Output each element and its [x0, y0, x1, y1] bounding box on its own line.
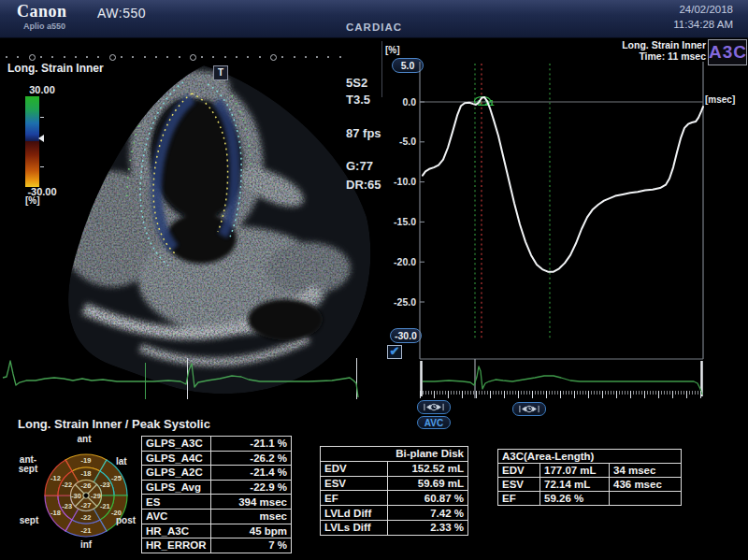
bullseye-value: -18 [50, 509, 61, 517]
ruler-dot [339, 56, 341, 58]
table-cell: HR_ERROR [142, 538, 211, 553]
ruler-ring-dot [109, 54, 116, 61]
table-row: GLPS_Avg-22.9 % [142, 480, 292, 495]
clock-step-icon [420, 402, 448, 412]
table-cell: GLPS_A3C [142, 437, 211, 452]
y-scale-min-button[interactable]: -30.0 [390, 328, 422, 343]
table-cell: 7 % [211, 538, 292, 553]
gain-label: G:77 [346, 159, 373, 173]
bullseye-value: -22 [62, 481, 72, 489]
colorbar-max-label: 30.00 [21, 84, 64, 95]
bullseye-label-inf: inf [67, 540, 105, 550]
table-row: EF59.26 % [498, 492, 682, 506]
table-cell: AVC [142, 509, 211, 524]
table-cell: 7.42 % [388, 506, 468, 521]
bullseye-label-ant: ant [65, 435, 103, 444]
clock-step-icon [515, 404, 543, 414]
a3c-area-length-table: A3C(Area-Length) EDV177.07 mL34 msecESV7… [497, 449, 682, 506]
table-cell: GLPS_A2C [142, 466, 211, 481]
table-cell: -26.2 % [211, 451, 292, 466]
ruler-dot [305, 56, 307, 58]
station-id: AW:550 [97, 6, 146, 21]
glps-results-table: GLPS_A3C-21.1 %GLPS_A4C-26.2 %GLPS_A2C-2… [141, 436, 292, 553]
bullseye-value: -23 [100, 481, 110, 489]
colorbar-positive-gradient [25, 96, 39, 141]
graph-title-line2: Time: 11 msec [524, 50, 706, 62]
a3c-table-title: A3C(Area-Length) [498, 450, 682, 464]
y-tick-label: -10.0 [382, 176, 416, 187]
bullseye-label-sept: sept [13, 516, 45, 525]
title-bar: Canon Aplio a550 AW:550 CARDIAC 24/02/20… [0, 0, 748, 38]
table-cell: 60.87 % [388, 491, 468, 506]
bullseye-value: -23 [62, 502, 72, 510]
table-row: AVCmsec [142, 509, 292, 524]
table-cell: msec [211, 509, 292, 524]
table-cell: LVLd Diff [321, 506, 388, 521]
table-cell: 72.14 mL [540, 478, 610, 492]
colorbar-unit-label: [%] [25, 195, 40, 206]
table-cell: 394 msec [211, 495, 292, 510]
table-cell: 436 msec [610, 478, 682, 492]
bullseye-label-lat: lat [116, 457, 127, 467]
table-row: EDV152.52 mL [321, 461, 468, 476]
bullseye-label-antsept: ant- sept [11, 455, 45, 474]
y-axis-unit: [%] [385, 45, 400, 55]
ultrasound-screen: Canon Aplio a550 AW:550 CARDIAC 24/02/20… [0, 0, 748, 560]
ruler-dot [179, 56, 180, 58]
ruler-dot [75, 56, 77, 58]
ruler-dot [144, 56, 146, 58]
table-row: ESV72.14 mL436 msec [498, 478, 682, 492]
system-date: 24/02/2018 [679, 4, 733, 15]
bullseye-value: -19 [81, 456, 92, 465]
time-ruler [420, 391, 703, 398]
bullseye-value: -21 [81, 526, 92, 535]
orientation-marker: T [213, 65, 228, 80]
table-cell: EDV [321, 461, 388, 476]
bullseye-value: -25 [111, 474, 122, 482]
brand-logo: Canon [17, 2, 67, 22]
table-row: ES394 msec [142, 495, 292, 510]
y-tick-label: -20.0 [382, 256, 416, 267]
table-cell: 34 msec [610, 464, 682, 478]
framerate-label: 87 fps [346, 126, 381, 140]
colorbar-tick [40, 117, 44, 118]
table-cell [610, 492, 682, 506]
table-cell: EF [321, 491, 388, 506]
cine-frame-left-button[interactable] [417, 400, 451, 414]
avc-button[interactable]: AVC [417, 416, 451, 429]
table-cell: GLPS_A4C [142, 451, 211, 466]
ruler-dot [121, 56, 122, 58]
biplane-table-title: Bi-plane Disk [321, 447, 468, 462]
bullseye-value: -21 [100, 502, 110, 510]
results-title: Long. Strain Inner / Peak Systolic [18, 417, 210, 431]
bullseye-value: -29 [91, 492, 101, 500]
table-row: GLPS_A3C-21.1 % [142, 437, 292, 452]
ruler-dot [64, 56, 65, 58]
bullseye-value: -22 [81, 513, 92, 522]
ruler-dot [259, 56, 261, 58]
cine-frame-right-button[interactable] [512, 402, 546, 416]
colorbar-tick [40, 166, 44, 167]
y-scale-max-button[interactable]: 5.0 [392, 58, 424, 73]
y-tick-label: -25.0 [382, 296, 416, 308]
trace-visible-checkbox[interactable]: ✔ [387, 345, 402, 359]
view-badge: A3C [708, 39, 747, 65]
table-row: HR_A3C45 bpm [142, 524, 292, 538]
table-row: EF60.87 % [321, 491, 468, 506]
ruler-dot [294, 56, 295, 58]
table-cell: LVLs Diff [321, 520, 388, 535]
table-row: GLPS_A2C-21.4 % [142, 466, 292, 481]
table-cell: EF [498, 492, 540, 506]
thi-label: T3.5 [346, 93, 370, 107]
ruler-dot [155, 56, 157, 58]
strain-colorbar [25, 96, 39, 187]
bullseye-label-post: post [116, 516, 136, 525]
table-cell: 59.69 mL [388, 476, 468, 491]
colorbar-zero-marker [38, 135, 44, 142]
table-row: LVLd Diff7.42 % [321, 506, 468, 521]
ruler-dot [40, 56, 42, 58]
table-row: EDV177.07 mL34 msec [498, 464, 682, 478]
table-cell: -22.9 % [211, 480, 292, 495]
strain-peak-value: 0.21 [477, 97, 495, 108]
y-tick-label: 0.0 [382, 96, 416, 108]
